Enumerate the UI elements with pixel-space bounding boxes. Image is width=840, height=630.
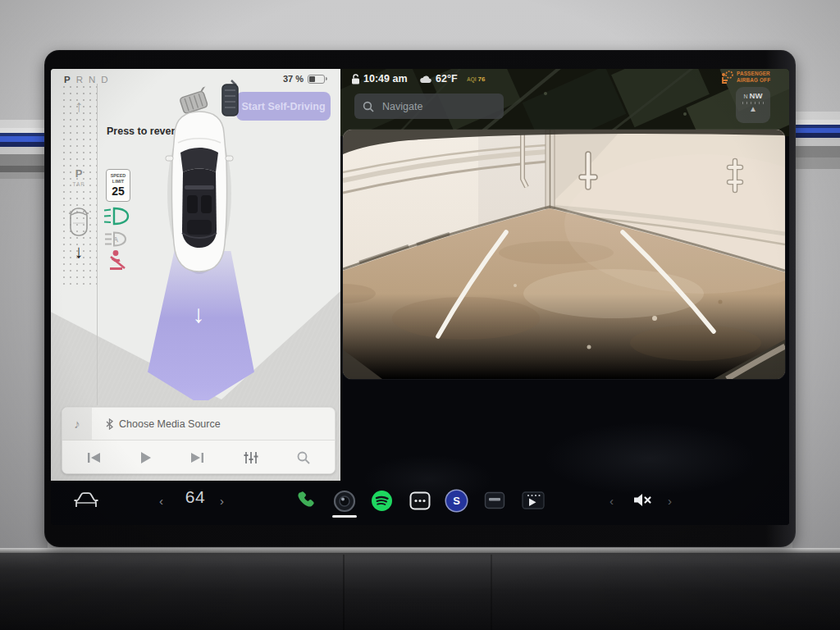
dashcam-button[interactable] — [332, 489, 357, 514]
speed-limit-sign: SPEED LIMIT 25 — [106, 169, 130, 202]
temp-decrease-chevron[interactable]: ‹ — [159, 494, 163, 508]
next-track-button[interactable] — [189, 450, 206, 465]
bluetooth-icon — [105, 418, 114, 430]
active-app-indicator — [332, 515, 357, 518]
aqi-value: 76 — [478, 75, 486, 83]
media-search-button[interactable] — [295, 450, 312, 466]
media-controls — [62, 441, 335, 474]
compass-minor: N — [744, 94, 748, 99]
weather-cloud-icon — [419, 75, 432, 84]
equalizer-button[interactable] — [242, 450, 260, 466]
search-icon — [363, 101, 374, 112]
phone-button[interactable] — [295, 490, 315, 509]
dash-right — [792, 169, 840, 551]
navigate-search[interactable] — [354, 94, 504, 119]
touchscreen-bezel: PRND 37 % Start Self-Driving ↑ P TAP — [44, 50, 796, 547]
navigate-input[interactable] — [381, 100, 487, 113]
car-outline-icon — [68, 203, 89, 238]
svg-text:A: A — [113, 235, 119, 244]
window-app-button[interactable] — [484, 491, 505, 509]
dash-left — [0, 179, 48, 551]
compass-ticks — [742, 102, 764, 104]
compass-widget[interactable]: N NW ▲ — [736, 87, 770, 123]
airbag-line2: AIRBAG OFF — [737, 77, 770, 84]
visualization-panel: PRND 37 % Start Self-Driving ↑ P TAP — [51, 69, 340, 481]
battery-percent: 37 % — [283, 74, 304, 84]
speed-limit-value: 25 — [107, 185, 130, 198]
app-dock: ‹ 64 › — [51, 479, 789, 525]
reverse-path-arrow: ↓ — [174, 300, 223, 328]
dash-trim-right — [792, 112, 840, 169]
airbag-warning-icon — [720, 71, 733, 84]
media-source-row[interactable]: ♪ Choose Media Source — [62, 408, 335, 441]
volume-up-chevron[interactable]: › — [668, 494, 672, 508]
airbag-line1: PASSENGER — [737, 71, 770, 77]
gear-strip[interactable]: ↑ P TAP ↓ — [61, 84, 97, 289]
s-app-button[interactable]: S — [446, 491, 467, 511]
vehicle-render — [165, 110, 234, 277]
lower-dash — [0, 548, 840, 630]
shift-up-arrow[interactable]: ↑ — [61, 97, 97, 116]
aqi-indicator: AQI 76 — [467, 75, 485, 83]
shift-down-arrow[interactable]: ↓ — [61, 241, 97, 262]
seatbelt-warning-icon — [108, 249, 128, 272]
temp-increase-chevron[interactable]: › — [220, 494, 224, 508]
touchscreen-display: PRND 37 % Start Self-Driving ↑ P TAP — [51, 69, 789, 525]
volume-down-chevron[interactable]: ‹ — [609, 494, 614, 508]
app-launcher-button[interactable] — [409, 491, 431, 510]
speed-limit-label-top: SPEED — [107, 173, 130, 179]
compass-arrow-icon: ▲ — [736, 105, 770, 113]
park-label[interactable]: P — [61, 167, 97, 180]
previous-track-button[interactable] — [85, 450, 103, 465]
compass-major: NW — [750, 91, 763, 100]
s-app-icon: S — [446, 491, 467, 511]
speed-limit-label-bottom: LIMIT — [107, 179, 130, 185]
battery-icon — [308, 75, 325, 84]
panel-divider — [97, 84, 98, 405]
tesla-dashboard-photo: PRND 37 % Start Self-Driving ↑ P TAP — [0, 0, 840, 630]
lock-icon — [351, 74, 360, 84]
passenger-airbag-indicator: PASSENGER AIRBAG OFF — [720, 71, 770, 84]
outside-temperature: 62°F — [436, 73, 458, 84]
mute-button[interactable] — [632, 491, 652, 509]
media-source-label[interactable]: Choose Media Source — [119, 418, 221, 430]
dash-trim-left — [0, 120, 48, 179]
headlight-auto-icon: A — [103, 231, 128, 248]
battery-indicator: 37 % — [283, 74, 325, 84]
theater-button[interactable] — [522, 491, 545, 509]
vehicle-controls-button[interactable] — [72, 490, 100, 511]
media-player: ♪ Choose Media Source — [62, 407, 336, 474]
headlight-low-beam-icon — [103, 206, 130, 226]
clock: 10:49 am — [363, 73, 408, 84]
gear-option-d[interactable]: D — [101, 75, 108, 84]
spotify-button[interactable] — [371, 490, 393, 512]
music-note-icon: ♪ — [62, 408, 92, 440]
aqi-label: AQI — [467, 76, 477, 82]
cabin-temperature[interactable]: 64 — [174, 487, 217, 507]
tap-label: TAP — [61, 181, 97, 187]
start-self-driving-button[interactable]: Start Self-Driving — [236, 92, 331, 121]
backup-camera-view[interactable] — [343, 130, 785, 379]
play-button[interactable] — [139, 450, 153, 466]
